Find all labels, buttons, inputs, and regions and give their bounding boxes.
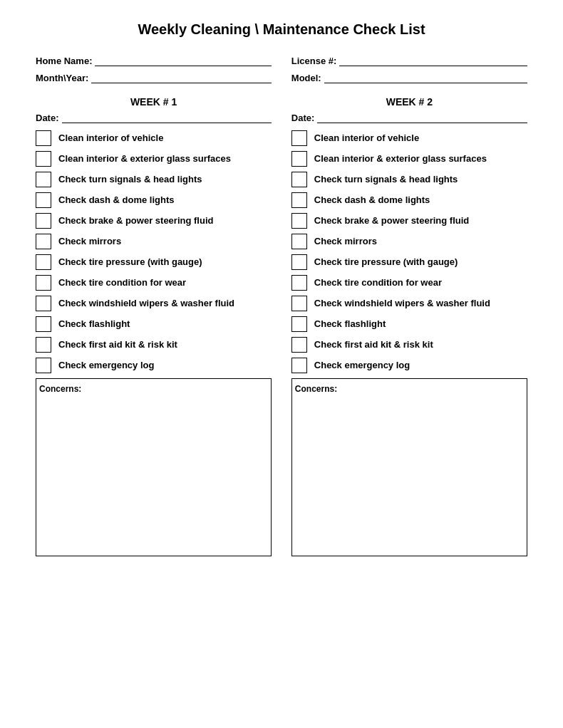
- list-item: Clean interior & exterior glass surfaces: [291, 151, 527, 167]
- week1-concerns-label: Concerns:: [39, 384, 81, 394]
- checkbox-w2-10[interactable]: [291, 316, 307, 332]
- checkbox-w1-1[interactable]: [36, 130, 51, 146]
- checkbox-w2-6[interactable]: [291, 234, 307, 249]
- item-label-w1-9: Check windshield wipers & washer fluid: [58, 298, 234, 309]
- month-year-field: Month\Year:: [36, 72, 272, 83]
- checkbox-w2-5[interactable]: [291, 213, 307, 229]
- month-year-underline: [91, 72, 272, 83]
- list-item: Check turn signals & head lights: [291, 172, 527, 187]
- weeks-container: WEEK # 1 Date: Clean interior of vehicle…: [36, 96, 527, 556]
- item-label-w2-2: Clean interior & exterior glass surfaces: [314, 153, 487, 165]
- checkbox-w2-7[interactable]: [291, 254, 307, 270]
- page: Weekly Cleaning \ Maintenance Check List…: [0, 0, 563, 728]
- checkbox-w2-11[interactable]: [291, 337, 307, 353]
- checkbox-w1-5[interactable]: [36, 213, 51, 229]
- checkbox-w1-12[interactable]: [36, 358, 51, 373]
- item-label-w1-12: Check emergency log: [58, 360, 154, 371]
- list-item: Check turn signals & head lights: [36, 172, 272, 187]
- item-label-w1-5: Check brake & power steering fluid: [58, 215, 213, 227]
- checkbox-w1-11[interactable]: [36, 337, 51, 353]
- checkbox-w1-6[interactable]: [36, 234, 51, 249]
- license-underline: [339, 55, 527, 66]
- list-item: Clean interior & exterior glass surfaces: [36, 151, 272, 167]
- item-label-w1-2: Clean interior & exterior glass surfaces: [58, 153, 231, 165]
- item-label-w2-4: Check dash & dome lights: [314, 194, 430, 206]
- item-label-w2-10: Check flashlight: [314, 318, 386, 330]
- checkbox-w2-2[interactable]: [291, 151, 307, 167]
- checkbox-w2-3[interactable]: [291, 172, 307, 187]
- item-label-w2-1: Clean interior of vehicle: [314, 132, 419, 144]
- item-label-w2-11: Check first aid kit & risk kit: [314, 339, 433, 350]
- item-label-w1-1: Clean interior of vehicle: [58, 132, 163, 144]
- item-label-w2-9: Check windshield wipers & washer fluid: [314, 298, 490, 309]
- list-item: Check tire condition for wear: [291, 275, 527, 291]
- checkbox-w1-8[interactable]: [36, 275, 51, 291]
- week1-column: WEEK # 1 Date: Clean interior of vehicle…: [36, 96, 272, 556]
- list-item: Check tire pressure (with gauge): [291, 254, 527, 270]
- item-label-w1-4: Check dash & dome lights: [58, 194, 175, 206]
- item-label-w1-7: Check tire pressure (with gauge): [58, 256, 202, 268]
- list-item: Check windshield wipers & washer fluid: [36, 296, 272, 311]
- item-label-w2-6: Check mirrors: [314, 236, 377, 247]
- week1-heading: WEEK # 1: [36, 96, 272, 108]
- model-underline: [324, 72, 527, 83]
- license-label: License #:: [291, 56, 337, 66]
- model-field: Model:: [291, 72, 527, 83]
- list-item: Check mirrors: [291, 234, 527, 249]
- list-item: Check dash & dome lights: [291, 192, 527, 208]
- week2-date-underline: [317, 112, 527, 123]
- item-label-w2-3: Check turn signals & head lights: [314, 174, 458, 185]
- list-item: Check tire pressure (with gauge): [36, 254, 272, 270]
- list-item: Check emergency log: [36, 358, 272, 373]
- checkbox-w2-9[interactable]: [291, 296, 307, 311]
- list-item: Check first aid kit & risk kit: [36, 337, 272, 353]
- list-item: Check dash & dome lights: [36, 192, 272, 208]
- list-item: Clean interior of vehicle: [291, 130, 527, 146]
- home-name-underline: [95, 55, 272, 66]
- page-title: Weekly Cleaning \ Maintenance Check List: [36, 21, 527, 38]
- model-label: Model:: [291, 73, 321, 83]
- checkbox-w1-9[interactable]: [36, 296, 51, 311]
- item-label-w1-6: Check mirrors: [58, 236, 121, 247]
- checkbox-w1-7[interactable]: [36, 254, 51, 270]
- header-left: Home Name: Month\Year:: [36, 55, 272, 89]
- week2-column: WEEK # 2 Date: Clean interior of vehicle…: [291, 96, 527, 556]
- list-item: Check brake & power steering fluid: [36, 213, 272, 229]
- item-label-w2-5: Check brake & power steering fluid: [314, 215, 469, 227]
- week1-concerns-box[interactable]: Concerns:: [36, 378, 272, 556]
- license-field: License #:: [291, 55, 527, 66]
- week2-date-line: Date:: [291, 112, 527, 123]
- item-label-w2-12: Check emergency log: [314, 360, 410, 371]
- checkbox-w1-4[interactable]: [36, 192, 51, 208]
- list-item: Check first aid kit & risk kit: [291, 337, 527, 353]
- item-label-w1-11: Check first aid kit & risk kit: [58, 339, 177, 350]
- checkbox-w2-1[interactable]: [291, 130, 307, 146]
- item-label-w1-10: Check flashlight: [58, 318, 130, 330]
- week1-date-label: Date:: [36, 113, 59, 123]
- item-label-w1-3: Check turn signals & head lights: [58, 174, 202, 185]
- checkbox-w1-10[interactable]: [36, 316, 51, 332]
- header-fields: Home Name: Month\Year: License #: Model:: [36, 55, 527, 89]
- header-right: License #: Model:: [291, 55, 527, 89]
- week1-date-underline: [62, 112, 272, 123]
- checkbox-w1-3[interactable]: [36, 172, 51, 187]
- list-item: Check mirrors: [36, 234, 272, 249]
- list-item: Check brake & power steering fluid: [291, 213, 527, 229]
- checkbox-w2-8[interactable]: [291, 275, 307, 291]
- checkbox-w1-2[interactable]: [36, 151, 51, 167]
- checkbox-w2-12[interactable]: [291, 358, 307, 373]
- checkbox-w2-4[interactable]: [291, 192, 307, 208]
- week1-date-line: Date:: [36, 112, 272, 123]
- week2-date-label: Date:: [291, 113, 315, 123]
- home-name-field: Home Name:: [36, 55, 272, 66]
- list-item: Check flashlight: [291, 316, 527, 332]
- home-name-label: Home Name:: [36, 56, 92, 66]
- item-label-w2-8: Check tire condition for wear: [314, 277, 442, 288]
- list-item: Check flashlight: [36, 316, 272, 332]
- week2-concerns-label: Concerns:: [295, 384, 337, 394]
- week2-concerns-box[interactable]: Concerns:: [291, 378, 527, 556]
- item-label-w2-7: Check tire pressure (with gauge): [314, 256, 458, 268]
- list-item: Check tire condition for wear: [36, 275, 272, 291]
- list-item: Clean interior of vehicle: [36, 130, 272, 146]
- week2-heading: WEEK # 2: [291, 96, 527, 108]
